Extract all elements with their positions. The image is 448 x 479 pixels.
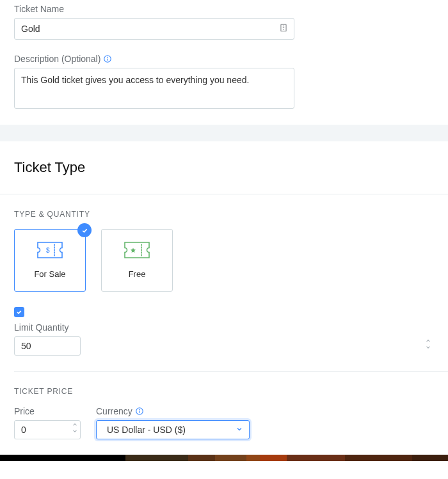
currency-select[interactable]: US Dollar - USD ($) [96,420,250,439]
for-sale-option[interactable]: $ For Sale [14,229,86,292]
selected-badge [77,223,92,237]
description-label-text: Description (Optional) [14,54,100,64]
stepper-down[interactable] [72,428,78,434]
limit-quantity-label: Limit Quantity [14,322,434,333]
price-input[interactable] [14,420,81,439]
type-quantity-label: TYPE & QUANTITY [0,194,448,229]
currency-label: Currency [96,406,250,416]
limit-quantity-checkbox[interactable] [14,307,24,317]
ticket-price-label: TICKET PRICE [0,372,448,406]
quantity-stepper [425,338,431,350]
price-label: Price [14,406,81,416]
ticket-name-input[interactable] [14,18,294,40]
description-label: Description (Optional) [14,54,434,64]
svg-point-3 [108,57,108,58]
currency-label-text: Currency [96,406,132,416]
ticket-name-label: Ticket Name [14,4,434,14]
ticket-type-heading: Ticket Type [0,141,448,194]
ticket-star-icon [124,242,150,260]
for-sale-label: For Sale [34,269,65,279]
stepper-up[interactable] [425,338,431,344]
svg-point-6 [140,409,140,410]
description-input[interactable]: This Gold ticket gives you access to eve… [14,68,294,109]
free-label: Free [129,269,146,279]
stepper-up[interactable] [72,421,78,428]
bottom-decorative-bar [0,455,448,461]
free-option[interactable]: Free [101,229,173,292]
info-icon[interactable] [135,407,144,416]
ticket-dollar-icon: $ [37,242,63,260]
price-stepper [72,421,78,434]
limit-quantity-input[interactable] [14,336,81,356]
info-icon[interactable] [103,54,112,63]
section-divider [0,125,448,141]
svg-text:$: $ [46,247,50,254]
stepper-down[interactable] [425,344,431,350]
